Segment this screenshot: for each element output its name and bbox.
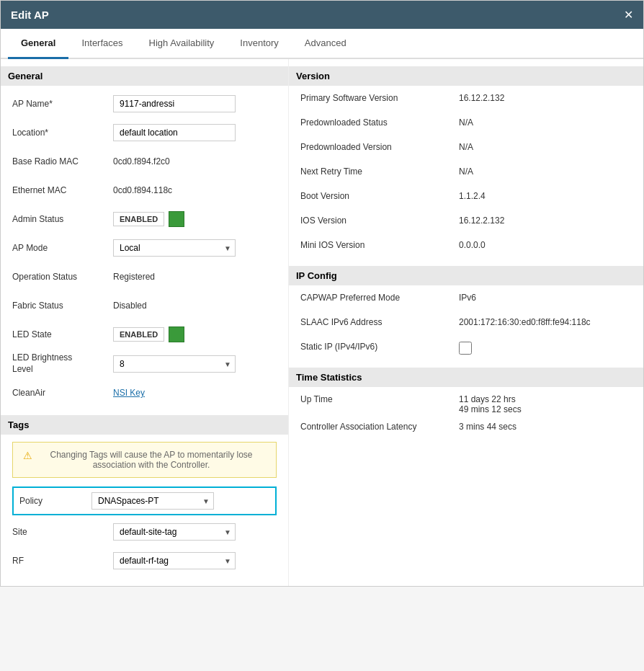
led-brightness-select-wrapper: 1234 5678 ▼ (113, 355, 236, 373)
slaac-value: 2001:172:16:30:ed0:f8ff:fe94:118c (459, 317, 591, 327)
operation-status-label: Operation Status (12, 272, 113, 282)
operation-status-value: Registered (113, 272, 155, 282)
uptime-row: Up Time 11 days 22 hrs 49 mins 12 secs (300, 394, 632, 414)
base-radio-mac-label: Base Radio MAC (12, 156, 113, 166)
led-brightness-select[interactable]: 1234 5678 (113, 355, 236, 373)
dialog-title: Edit AP (11, 9, 49, 21)
controller-latency-row: Controller Association Latency 3 mins 44… (300, 422, 632, 439)
static-ip-checkbox[interactable] (459, 342, 472, 355)
led-brightness-label: LED BrightnessLevel (12, 352, 113, 375)
mini-ios-label: Mini IOS Version (300, 240, 459, 250)
time-stats-section-header: Time Statistics (289, 368, 643, 387)
ethernet-mac-label: Ethernet MAC (12, 185, 113, 195)
admin-status-badge: ENABLED (113, 211, 184, 227)
admin-status-toggle[interactable] (169, 211, 184, 227)
primary-sw-label: Primary Software Version (300, 93, 459, 103)
nsi-key-link[interactable]: NSI Key (113, 388, 145, 398)
location-row: Location* (12, 122, 277, 143)
fabric-status-label: Fabric Status (12, 301, 113, 311)
site-label: Site (12, 527, 113, 537)
predownloaded-version-value: N/A (459, 142, 473, 152)
base-radio-mac-value: 0cd0.f894.f2c0 (113, 156, 170, 166)
primary-sw-value: 16.12.2.132 (459, 93, 504, 103)
site-select[interactable]: default-site-tag (113, 523, 236, 541)
policy-label: Policy (19, 496, 91, 506)
tabs-bar: General Interfaces High Availability Inv… (1, 29, 643, 59)
rf-label: RF (12, 556, 113, 566)
boot-version-row: Boot Version 1.1.2.4 (300, 191, 632, 208)
next-retry-value: N/A (459, 166, 473, 177)
left-panel: General AP Name* Location* Base Radio MA… (1, 59, 289, 586)
rf-select-wrapper: default-rf-tag ▼ (113, 552, 236, 569)
close-button[interactable]: ✕ (624, 8, 633, 22)
uptime-label: Up Time (300, 394, 459, 404)
tab-advanced[interactable]: Advanced (292, 29, 359, 59)
capwap-label: CAPWAP Preferred Mode (300, 293, 459, 303)
ethernet-mac-row: Ethernet MAC 0cd0.f894.118c (12, 179, 277, 201)
warning-text: Changing Tags will cause the AP to momen… (37, 450, 266, 470)
led-state-label: LED State (12, 329, 113, 339)
boot-version-label: Boot Version (300, 191, 459, 201)
dialog-body: General AP Name* Location* Base Radio MA… (1, 59, 643, 586)
predownloaded-status-row: Predownloaded Status N/A (300, 117, 632, 135)
tags-section-header: Tags (1, 415, 288, 435)
general-section-header: General (1, 66, 288, 86)
ip-config-section-header: IP Config (289, 266, 643, 285)
right-panel: Version Primary Software Version 16.12.2… (289, 59, 643, 586)
led-state-badge: ENABLED (113, 326, 184, 342)
policy-row: Policy DNASpaces-PT default-policy-tag ▼ (12, 486, 277, 515)
led-brightness-row: LED BrightnessLevel 1234 5678 ▼ (12, 352, 277, 375)
next-retry-label: Next Retry Time (300, 166, 459, 177)
tab-inventory[interactable]: Inventory (227, 29, 291, 59)
cleanair-row: CleanAir NSI Key (12, 382, 277, 404)
location-input[interactable] (113, 124, 236, 141)
warning-box: ⚠ Changing Tags will cause the AP to mom… (12, 442, 277, 478)
ios-version-row: IOS Version 16.12.2.132 (300, 215, 632, 233)
policy-select-wrapper: DNASpaces-PT default-policy-tag ▼ (91, 492, 214, 510)
predownloaded-version-row: Predownloaded Version N/A (300, 142, 632, 159)
uptime-value: 11 days 22 hrs 49 mins 12 secs (459, 394, 522, 414)
slaac-row: SLAAC IPv6 Address 2001:172:16:30:ed0:f8… (300, 317, 632, 334)
site-select-wrapper: default-site-tag ▼ (113, 523, 236, 541)
dialog-header: Edit AP ✕ (1, 1, 643, 29)
capwap-row: CAPWAP Preferred Mode IPv6 (300, 293, 632, 310)
mini-ios-row: Mini IOS Version 0.0.0.0 (300, 240, 632, 257)
edit-ap-dialog: Edit AP ✕ General Interfaces High Availa… (0, 0, 644, 587)
ios-version-label: IOS Version (300, 215, 459, 226)
admin-status-badge-text: ENABLED (113, 212, 164, 226)
location-label: Location* (12, 128, 113, 138)
admin-status-label: Admin Status (12, 214, 113, 224)
led-state-toggle[interactable] (169, 326, 184, 342)
tab-general[interactable]: General (8, 29, 68, 59)
rf-row: RF default-rf-tag ▼ (12, 550, 277, 572)
ethernet-mac-value: 0cd0.f894.118c (113, 185, 172, 195)
controller-latency-value: 3 mins 44 secs (459, 422, 516, 432)
next-retry-row: Next Retry Time N/A (300, 166, 632, 184)
version-section-header: Version (289, 66, 643, 86)
tab-high-availability[interactable]: High Availability (136, 29, 228, 59)
tab-interfaces[interactable]: Interfaces (68, 29, 135, 59)
predownloaded-status-value: N/A (459, 117, 473, 128)
rf-select[interactable]: default-rf-tag (113, 552, 236, 569)
cleanair-label: CleanAir (12, 388, 113, 398)
slaac-label: SLAAC IPv6 Address (300, 317, 459, 327)
site-row: Site default-site-tag ▼ (12, 521, 277, 543)
capwap-value: IPv6 (459, 293, 476, 303)
predownloaded-status-label: Predownloaded Status (300, 117, 459, 128)
static-ip-label: Static IP (IPv4/IPv6) (300, 342, 459, 352)
fabric-status-row: Fabric Status Disabled (12, 295, 277, 316)
ap-mode-select-wrapper: Local Monitor FlexConnect Sniffer Rogue … (113, 239, 236, 257)
led-state-badge-text: ENABLED (113, 327, 164, 342)
led-state-row: LED State ENABLED (12, 324, 277, 345)
warning-icon: ⚠ (23, 450, 32, 461)
ap-mode-label: AP Mode (12, 243, 113, 253)
base-radio-mac-row: Base Radio MAC 0cd0.f894.f2c0 (12, 151, 277, 172)
ap-name-row: AP Name* (12, 93, 277, 115)
predownloaded-version-label: Predownloaded Version (300, 142, 459, 152)
ios-version-value: 16.12.2.132 (459, 215, 504, 226)
ap-mode-select[interactable]: Local Monitor FlexConnect Sniffer Rogue … (113, 239, 236, 257)
ap-name-label: AP Name* (12, 99, 113, 109)
static-ip-row: Static IP (IPv4/IPv6) (300, 342, 632, 359)
ap-name-input[interactable] (113, 95, 236, 112)
policy-select[interactable]: DNASpaces-PT default-policy-tag (91, 492, 214, 510)
